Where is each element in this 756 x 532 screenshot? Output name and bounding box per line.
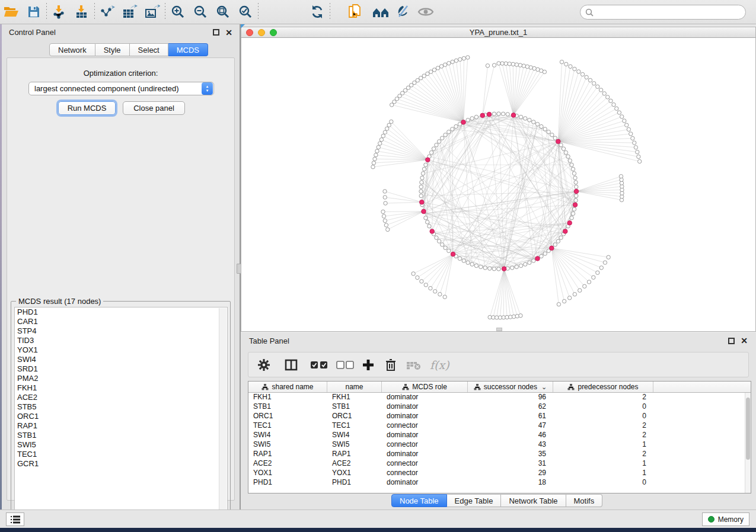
- scrollbar[interactable]: [745, 393, 751, 493]
- cell-role[interactable]: connector: [382, 440, 468, 450]
- select-all-button[interactable]: [310, 360, 328, 370]
- list-item[interactable]: ORC1: [15, 412, 227, 421]
- cell-name[interactable]: ACE2: [327, 459, 382, 469]
- export-network-button[interactable]: [96, 2, 119, 22]
- function-builder-button[interactable]: f(x): [430, 358, 449, 371]
- cell-role[interactable]: dominator: [382, 478, 468, 488]
- cell-succ[interactable]: 46: [468, 431, 553, 440]
- cell-succ[interactable]: 96: [468, 393, 553, 402]
- list-item[interactable]: SWI4: [15, 355, 227, 364]
- columns-button[interactable]: [284, 358, 298, 372]
- zoom-in-button[interactable]: [167, 2, 189, 22]
- hide-details-button[interactable]: [392, 2, 414, 22]
- cell-succ[interactable]: 18: [468, 478, 553, 488]
- tab-network[interactable]: Network: [49, 43, 95, 56]
- optimization-criterion-select[interactable]: largest connected component (undirected)…: [28, 82, 214, 95]
- close-panel-button[interactable]: Close panel: [123, 101, 185, 115]
- cell-pred[interactable]: 0: [553, 412, 653, 421]
- list-item[interactable]: STB1: [15, 431, 227, 440]
- eye-button[interactable]: [414, 2, 437, 22]
- cell-shared[interactable]: SWI5: [248, 440, 327, 450]
- zoom-fit-button[interactable]: [212, 2, 234, 22]
- search-input[interactable]: [596, 8, 745, 17]
- task-history-button[interactable]: [6, 512, 24, 526]
- run-mcds-button[interactable]: Run MCDS: [58, 101, 116, 115]
- cell-shared[interactable]: SWI4: [248, 431, 327, 440]
- search-field[interactable]: [580, 5, 746, 20]
- table-row[interactable]: TEC1TEC1connector472: [248, 421, 745, 431]
- cell-shared[interactable]: TEC1: [248, 421, 327, 431]
- cell-pred[interactable]: 1: [553, 459, 653, 469]
- cell-pred[interactable]: 2: [553, 393, 653, 402]
- cell-role[interactable]: dominator: [382, 402, 468, 412]
- column-header-predecessor-nodes[interactable]: predecessor nodes: [553, 382, 653, 392]
- cell-succ[interactable]: 29: [468, 469, 553, 478]
- list-item[interactable]: SRD1: [15, 364, 227, 374]
- table-row[interactable]: ORC1ORC1dominator610: [248, 412, 745, 421]
- tab-motifs[interactable]: Motifs: [566, 494, 603, 507]
- cell-shared[interactable]: ORC1: [248, 412, 327, 421]
- save-session-button[interactable]: [23, 2, 45, 22]
- scrollbar[interactable]: [219, 308, 227, 518]
- cell-name[interactable]: STB1: [327, 402, 382, 412]
- table-row[interactable]: STB1STB1dominator620: [248, 402, 745, 412]
- tab-network-table[interactable]: Network Table: [501, 494, 566, 507]
- table-row[interactable]: FKH1FKH1dominator962: [248, 393, 745, 402]
- cell-shared[interactable]: RAP1: [248, 450, 327, 459]
- table-row[interactable]: SWI5SWI5connector431: [248, 440, 745, 450]
- network-window-titlebar[interactable]: YPA_prune.txt_1: [241, 27, 756, 38]
- add-column-button[interactable]: [362, 359, 374, 371]
- list-item[interactable]: ACE2: [15, 393, 227, 402]
- list-item[interactable]: STP4: [15, 326, 227, 336]
- list-item[interactable]: TID3: [15, 336, 227, 345]
- float-window-icon[interactable]: [213, 29, 219, 36]
- cell-shared[interactable]: STB1: [248, 402, 327, 412]
- mcds-result-list[interactable]: PHD1 CAR1 STP4 TID3 YOX1 SWI4 SRD1 PMA2 …: [14, 307, 228, 518]
- column-header-shared-name[interactable]: shared name: [248, 382, 327, 392]
- list-item[interactable]: PHD1: [15, 307, 227, 317]
- cell-pred[interactable]: 2: [553, 450, 653, 459]
- deselect-all-button[interactable]: [336, 360, 354, 370]
- remove-table-button[interactable]: [406, 360, 422, 370]
- float-window-icon[interactable]: [728, 338, 735, 344]
- close-icon[interactable]: ✕: [741, 336, 748, 345]
- scrollbar-thumb[interactable]: [746, 398, 750, 460]
- import-table-button[interactable]: [71, 2, 93, 22]
- cell-succ[interactable]: 31: [468, 459, 553, 469]
- cell-name[interactable]: ORC1: [327, 412, 382, 421]
- cell-shared[interactable]: PHD1: [248, 478, 327, 488]
- cell-shared[interactable]: YOX1: [248, 469, 327, 478]
- list-item[interactable]: YOX1: [15, 345, 227, 355]
- table-row[interactable]: PHD1PHD1dominator180: [248, 478, 745, 488]
- cell-role[interactable]: connector: [382, 421, 468, 431]
- cell-pred[interactable]: 1: [553, 440, 653, 450]
- column-header-name[interactable]: name: [327, 382, 382, 392]
- cell-name[interactable]: FKH1: [327, 393, 382, 402]
- share-document-button[interactable]: [343, 2, 366, 22]
- tab-node-table[interactable]: Node Table: [391, 494, 447, 507]
- zoom-out-button[interactable]: [189, 2, 212, 22]
- cell-pred[interactable]: 1: [553, 469, 653, 478]
- cell-role[interactable]: dominator: [382, 393, 468, 402]
- cell-shared[interactable]: FKH1: [248, 393, 327, 402]
- tab-edge-table[interactable]: Edge Table: [447, 494, 502, 507]
- list-item[interactable]: SWI5: [15, 440, 227, 450]
- cell-name[interactable]: TEC1: [327, 421, 382, 431]
- list-item[interactable]: PMA2: [15, 374, 227, 383]
- cell-succ[interactable]: 35: [468, 450, 553, 459]
- tab-style[interactable]: Style: [95, 43, 130, 56]
- table-row[interactable]: ACE2ACE2connector311: [248, 459, 745, 469]
- import-network-button[interactable]: [48, 2, 71, 22]
- delete-column-button[interactable]: [385, 358, 397, 371]
- cell-pred[interactable]: 0: [553, 478, 653, 488]
- open-file-button[interactable]: [0, 2, 23, 22]
- table-row[interactable]: YOX1YOX1connector291: [248, 469, 745, 478]
- list-item[interactable]: GCR1: [15, 459, 227, 469]
- cell-name[interactable]: YOX1: [327, 469, 382, 478]
- list-item[interactable]: TEC1: [15, 450, 227, 459]
- cell-succ[interactable]: 62: [468, 402, 553, 412]
- tab-mcds[interactable]: MCDS: [168, 43, 208, 56]
- memory-button[interactable]: Memory: [702, 512, 749, 526]
- column-header-successor-nodes[interactable]: successor nodes ⌄: [468, 382, 553, 392]
- cell-role[interactable]: dominator: [382, 412, 468, 421]
